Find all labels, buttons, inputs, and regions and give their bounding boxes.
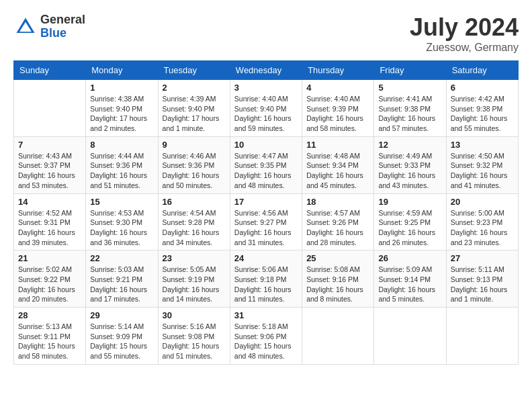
- day-info: Sunrise: 4:52 AM Sunset: 9:31 PM Dayligh…: [18, 208, 81, 248]
- day-number: 28: [18, 310, 81, 320]
- day-info: Sunrise: 5:08 AM Sunset: 9:16 PM Dayligh…: [306, 265, 369, 304]
- calendar-cell: 28Sunrise: 5:13 AM Sunset: 9:11 PM Dayli…: [14, 308, 86, 365]
- day-number: 22: [90, 253, 153, 263]
- calendar-week-row: 7Sunrise: 4:43 AM Sunset: 9:37 PM Daylig…: [14, 136, 519, 193]
- day-number: 24: [234, 253, 298, 263]
- calendar-cell: 18Sunrise: 4:57 AM Sunset: 9:26 PM Dayli…: [302, 193, 374, 250]
- day-number: 23: [163, 253, 226, 263]
- day-info: Sunrise: 5:02 AM Sunset: 9:22 PM Dayligh…: [18, 265, 81, 304]
- calendar-cell: 24Sunrise: 5:06 AM Sunset: 9:18 PM Dayli…: [230, 250, 302, 308]
- weekday-header-saturday: Saturday: [446, 61, 518, 80]
- calendar-cell: [302, 308, 374, 365]
- page-header: General Blue July 2024 Zuessow, Germany: [13, 13, 519, 54]
- day-info: Sunrise: 5:03 AM Sunset: 9:21 PM Dayligh…: [90, 265, 153, 304]
- day-number: 15: [90, 197, 153, 207]
- calendar-header: SundayMondayTuesdayWednesdayThursdayFrid…: [14, 61, 519, 80]
- calendar-cell: 26Sunrise: 5:09 AM Sunset: 9:14 PM Dayli…: [374, 250, 446, 308]
- day-info: Sunrise: 4:40 AM Sunset: 9:40 PM Dayligh…: [234, 94, 298, 134]
- location-label: Zuessow, Germany: [410, 42, 519, 54]
- calendar-cell: 12Sunrise: 4:49 AM Sunset: 9:33 PM Dayli…: [374, 136, 446, 193]
- calendar-cell: 4Sunrise: 4:40 AM Sunset: 9:39 PM Daylig…: [302, 80, 374, 137]
- calendar-cell: 8Sunrise: 4:44 AM Sunset: 9:36 PM Daylig…: [86, 136, 158, 193]
- day-info: Sunrise: 5:06 AM Sunset: 9:18 PM Dayligh…: [234, 265, 298, 304]
- day-info: Sunrise: 5:00 AM Sunset: 9:23 PM Dayligh…: [451, 208, 514, 248]
- day-number: 7: [18, 140, 81, 150]
- day-info: Sunrise: 4:56 AM Sunset: 9:27 PM Dayligh…: [234, 208, 298, 248]
- calendar-cell: 21Sunrise: 5:02 AM Sunset: 9:22 PM Dayli…: [14, 250, 86, 308]
- day-info: Sunrise: 5:16 AM Sunset: 9:08 PM Dayligh…: [163, 322, 226, 361]
- day-info: Sunrise: 4:39 AM Sunset: 9:40 PM Dayligh…: [163, 94, 226, 134]
- weekday-header-sunday: Sunday: [14, 61, 86, 80]
- day-info: Sunrise: 4:54 AM Sunset: 9:28 PM Dayligh…: [163, 208, 226, 248]
- day-info: Sunrise: 4:59 AM Sunset: 9:25 PM Dayligh…: [378, 208, 441, 248]
- day-info: Sunrise: 4:44 AM Sunset: 9:36 PM Dayligh…: [90, 151, 153, 191]
- calendar-cell: 30Sunrise: 5:16 AM Sunset: 9:08 PM Dayli…: [158, 308, 230, 365]
- calendar-cell: [374, 308, 446, 365]
- calendar-cell: 16Sunrise: 4:54 AM Sunset: 9:28 PM Dayli…: [158, 193, 230, 250]
- day-number: 11: [306, 140, 369, 150]
- day-number: 17: [234, 197, 298, 207]
- day-info: Sunrise: 5:18 AM Sunset: 9:06 PM Dayligh…: [234, 322, 298, 361]
- calendar-cell: 1Sunrise: 4:38 AM Sunset: 9:40 PM Daylig…: [86, 80, 158, 137]
- calendar-cell: 6Sunrise: 4:42 AM Sunset: 9:38 PM Daylig…: [446, 80, 518, 137]
- calendar-cell: 31Sunrise: 5:18 AM Sunset: 9:06 PM Dayli…: [230, 308, 302, 365]
- day-number: 1: [90, 83, 153, 93]
- calendar-cell: 9Sunrise: 4:46 AM Sunset: 9:36 PM Daylig…: [158, 136, 230, 193]
- calendar-week-row: 21Sunrise: 5:02 AM Sunset: 9:22 PM Dayli…: [14, 250, 519, 308]
- day-number: 6: [451, 83, 514, 93]
- logo-text: General Blue: [40, 13, 85, 40]
- day-number: 31: [234, 310, 298, 320]
- calendar-cell: 2Sunrise: 4:39 AM Sunset: 9:40 PM Daylig…: [158, 80, 230, 137]
- day-info: Sunrise: 4:57 AM Sunset: 9:26 PM Dayligh…: [306, 208, 369, 248]
- logo: General Blue: [13, 13, 85, 40]
- day-number: 26: [378, 253, 441, 263]
- day-number: 20: [451, 197, 514, 207]
- calendar-cell: 11Sunrise: 4:48 AM Sunset: 9:34 PM Dayli…: [302, 136, 374, 193]
- day-info: Sunrise: 5:13 AM Sunset: 9:11 PM Dayligh…: [18, 322, 81, 361]
- day-number: 3: [234, 83, 298, 93]
- day-info: Sunrise: 4:50 AM Sunset: 9:32 PM Dayligh…: [451, 151, 514, 191]
- weekday-header-monday: Monday: [86, 61, 158, 80]
- day-number: 16: [163, 197, 226, 207]
- logo-blue-label: Blue: [40, 27, 85, 40]
- calendar-table: SundayMondayTuesdayWednesdayThursdayFrid…: [13, 60, 519, 365]
- day-info: Sunrise: 4:40 AM Sunset: 9:39 PM Dayligh…: [306, 94, 369, 134]
- calendar-cell: 17Sunrise: 4:56 AM Sunset: 9:27 PM Dayli…: [230, 193, 302, 250]
- calendar-cell: 25Sunrise: 5:08 AM Sunset: 9:16 PM Dayli…: [302, 250, 374, 308]
- calendar-week-row: 14Sunrise: 4:52 AM Sunset: 9:31 PM Dayli…: [14, 193, 519, 250]
- month-title: July 2024: [410, 13, 519, 42]
- day-info: Sunrise: 5:05 AM Sunset: 9:19 PM Dayligh…: [163, 265, 226, 304]
- day-number: 14: [18, 197, 81, 207]
- day-info: Sunrise: 4:53 AM Sunset: 9:30 PM Dayligh…: [90, 208, 153, 248]
- calendar-cell: 14Sunrise: 4:52 AM Sunset: 9:31 PM Dayli…: [14, 193, 86, 250]
- day-info: Sunrise: 5:09 AM Sunset: 9:14 PM Dayligh…: [378, 265, 441, 304]
- calendar-cell: 29Sunrise: 5:14 AM Sunset: 9:09 PM Dayli…: [86, 308, 158, 365]
- day-info: Sunrise: 5:11 AM Sunset: 9:13 PM Dayligh…: [451, 265, 514, 304]
- calendar-cell: 3Sunrise: 4:40 AM Sunset: 9:40 PM Daylig…: [230, 80, 302, 137]
- calendar-cell: [446, 308, 518, 365]
- day-info: Sunrise: 4:49 AM Sunset: 9:33 PM Dayligh…: [378, 151, 441, 191]
- calendar-week-row: 28Sunrise: 5:13 AM Sunset: 9:11 PM Dayli…: [14, 308, 519, 365]
- title-block: July 2024 Zuessow, Germany: [410, 13, 519, 54]
- day-info: Sunrise: 5:14 AM Sunset: 9:09 PM Dayligh…: [90, 322, 153, 361]
- day-number: 4: [306, 83, 369, 93]
- day-number: 8: [90, 140, 153, 150]
- calendar-cell: 20Sunrise: 5:00 AM Sunset: 9:23 PM Dayli…: [446, 193, 518, 250]
- day-number: 19: [378, 197, 441, 207]
- calendar-week-row: 1Sunrise: 4:38 AM Sunset: 9:40 PM Daylig…: [14, 80, 519, 137]
- weekday-header-friday: Friday: [374, 61, 446, 80]
- calendar-body: 1Sunrise: 4:38 AM Sunset: 9:40 PM Daylig…: [14, 80, 519, 365]
- day-number: 25: [306, 253, 369, 263]
- weekday-header-thursday: Thursday: [302, 61, 374, 80]
- day-info: Sunrise: 4:46 AM Sunset: 9:36 PM Dayligh…: [163, 151, 226, 191]
- day-number: 29: [90, 310, 153, 320]
- day-number: 9: [163, 140, 226, 150]
- weekday-header-row: SundayMondayTuesdayWednesdayThursdayFrid…: [14, 61, 519, 80]
- day-number: 5: [378, 83, 441, 93]
- calendar-cell: 27Sunrise: 5:11 AM Sunset: 9:13 PM Dayli…: [446, 250, 518, 308]
- day-number: 21: [18, 253, 81, 263]
- logo-general-label: General: [40, 13, 85, 27]
- calendar-cell: 5Sunrise: 4:41 AM Sunset: 9:38 PM Daylig…: [374, 80, 446, 137]
- logo-icon: [13, 15, 38, 39]
- day-number: 27: [451, 253, 514, 263]
